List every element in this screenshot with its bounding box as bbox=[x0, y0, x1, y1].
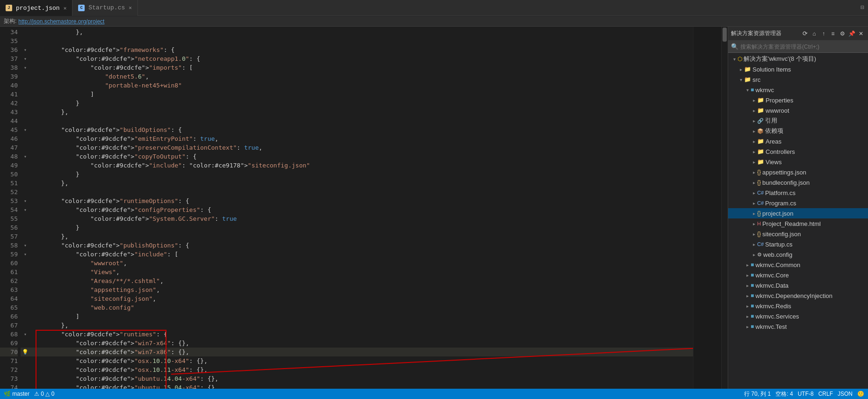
gutter: ▾▾▾▾▾▾▾▾▾▾💡▾ bbox=[21, 27, 30, 389]
tree-item-label: Properties bbox=[766, 97, 793, 104]
tree-item-wkmvc-di[interactable]: ▸ ■ wkmvc.DependencyInjection bbox=[728, 290, 868, 301]
tree-item-wkmvc-redis[interactable]: ▸ ■ wkmvc.Redis bbox=[728, 301, 868, 311]
tree-item-label: wkmvc.Redis bbox=[755, 303, 791, 310]
tree-item-label: wkmvc.DependencyInjection bbox=[755, 292, 832, 299]
tree-item-label: Startup.cs bbox=[765, 241, 793, 248]
schema-label: 架构: bbox=[4, 17, 16, 25]
tree-item-wkmvc-data[interactable]: ▸ ■ wkmvc.Data bbox=[728, 280, 868, 290]
tree-item-appsettings[interactable]: ▸ {} appsettings.json bbox=[728, 167, 868, 177]
se-up-btn[interactable]: ↑ bbox=[819, 29, 828, 38]
tree-item-label: wkmvc.Services bbox=[755, 313, 799, 320]
minimap bbox=[693, 27, 721, 389]
tree-item-label: bundleconfig.json bbox=[762, 179, 810, 186]
status-line-endings: CRLF bbox=[818, 391, 833, 397]
tree-item-platform-cs[interactable]: ▸ C# Platform.cs bbox=[728, 188, 868, 198]
se-close-btn[interactable]: ✕ bbox=[857, 29, 865, 38]
se-header: 解决方案资源管理器 ⟳ ⌂ ↑ ≡ ⚙ 📌 ✕ bbox=[728, 27, 868, 41]
tree-item-label: wwwroot bbox=[766, 107, 789, 114]
tree-item-label: src bbox=[752, 76, 760, 83]
schema-bar: 架构: http://json.schemastore.org/project bbox=[0, 16, 868, 27]
search-icon: 🔍 bbox=[731, 43, 738, 51]
status-encoding: UTF-8 bbox=[798, 391, 814, 397]
editor-area: 3435363738394041424344454647484950515253… bbox=[0, 27, 728, 389]
tab-project-json[interactable]: J project.json ✕ bbox=[0, 0, 72, 16]
tree-item-wkmvc-core[interactable]: ▸ ■ wkmvc.Core bbox=[728, 270, 868, 280]
tree-item-project-json-tree[interactable]: ▸ {} project.json bbox=[728, 208, 868, 218]
tab-startup-cs-close[interactable]: ✕ bbox=[129, 5, 132, 11]
se-title: 解决方案资源管理器 bbox=[731, 29, 781, 37]
tree-item-solution-items[interactable]: ▸ 📁 Solution Items bbox=[728, 64, 868, 74]
tree-item-bundleconfig[interactable]: ▸ {} bundleconfig.json bbox=[728, 177, 868, 188]
tree-item-label: web.config bbox=[763, 251, 792, 258]
se-settings-btn[interactable]: ⚙ bbox=[838, 29, 846, 38]
tree-item-label: wkmvc.Data bbox=[755, 282, 788, 289]
tree-item-label: 引用 bbox=[765, 116, 777, 125]
status-spaces: 空格: 4 bbox=[775, 390, 793, 398]
tree-item-src[interactable]: ▾ 📁 src bbox=[728, 74, 868, 85]
tab-project-json-close[interactable]: ✕ bbox=[64, 5, 67, 11]
tree-item-label: Project_Readme.html bbox=[762, 220, 821, 227]
tab-startup-cs[interactable]: C Startup.cs ✕ bbox=[72, 0, 138, 16]
schema-url[interactable]: http://json.schemastore.org/project bbox=[18, 18, 104, 25]
status-branch: 🌿 master bbox=[4, 391, 29, 397]
tree-item-ref[interactable]: ▸ 🔗 引用 bbox=[728, 116, 868, 126]
tab-startup-cs-label: Startup.cs bbox=[88, 4, 125, 11]
tree-item-label: wkmvc.Test bbox=[755, 323, 787, 330]
tab-project-json-label: project.json bbox=[16, 5, 60, 12]
se-pin-btn[interactable]: 📌 bbox=[847, 29, 856, 38]
tree-item-label: wkmvc.Core bbox=[755, 272, 789, 279]
tree-item-label: Views bbox=[766, 159, 781, 166]
tree-item-views[interactable]: ▸ 📁 Views bbox=[728, 157, 868, 167]
tree-item-label: siteconfig.json bbox=[762, 231, 801, 238]
tree-item-dep[interactable]: ▸ 📦 依赖项 bbox=[728, 126, 868, 136]
se-sync-btn[interactable]: ⟳ bbox=[801, 29, 809, 38]
solution-explorer: 解决方案资源管理器 ⟳ ⌂ ↑ ≡ ⚙ 📌 ✕ 🔍 ▾ ⬡ 解决方案'wkmv bbox=[728, 27, 868, 389]
tree-item-wkmvc-test[interactable]: ▸ ■ wkmvc.Test bbox=[728, 321, 868, 332]
tree-item-wkmvc-common[interactable]: ▸ ■ wkmvc.Common bbox=[728, 260, 868, 270]
tree-item-siteconfig[interactable]: ▸ {} siteconfig.json bbox=[728, 229, 868, 239]
tree-item-label: 解决方案'wkmvc'(8 个项目) bbox=[744, 55, 816, 63]
se-collapse-btn[interactable]: ≡ bbox=[829, 29, 837, 38]
tree-item-wkmvc-services[interactable]: ▸ ■ wkmvc.Services bbox=[728, 311, 868, 321]
status-feedback: 🙂 bbox=[857, 391, 864, 397]
tree-item-solution[interactable]: ▾ ⬡ 解决方案'wkmvc'(8 个项目) bbox=[728, 54, 868, 64]
status-bar: 🌿 master ⚠ 0 △ 0 行 70, 列 1 空格: 4 UTF-8 C… bbox=[0, 389, 868, 399]
editor-split-button[interactable]: ⊟ bbox=[857, 0, 868, 16]
tree-item-wwwroot[interactable]: ▸ 📁 wwwroot bbox=[728, 105, 868, 116]
se-toolbar: ⟳ ⌂ ↑ ≡ ⚙ 📌 ✕ bbox=[801, 29, 865, 38]
status-errors: ⚠ 0 △ 0 bbox=[34, 391, 54, 397]
se-home-btn[interactable]: ⌂ bbox=[810, 29, 818, 38]
tree-item-label: wkmvc bbox=[755, 87, 774, 94]
tree-item-label: Areas bbox=[766, 138, 781, 145]
tree-item-wkmvc[interactable]: ▾ ■ wkmvc bbox=[728, 85, 868, 95]
tree-item-properties[interactable]: ▸ 📁 Properties bbox=[728, 95, 868, 105]
vertical-scrollbar[interactable] bbox=[721, 27, 728, 389]
tab-cs-icon: C bbox=[78, 5, 85, 11]
tree-item-label: Solution Items bbox=[752, 66, 791, 73]
line-numbers-area: 3435363738394041424344454647484950515253… bbox=[0, 27, 21, 389]
tree-item-label: Platform.cs bbox=[765, 189, 796, 196]
code-content[interactable]: }, "color:#9cdcfe">"frameworks": { "colo… bbox=[30, 27, 693, 389]
tab-json-icon: J bbox=[6, 5, 12, 11]
tree-item-startup-cs-tree[interactable]: ▸ C# Startup.cs bbox=[728, 239, 868, 249]
tree-item-controllers[interactable]: ▸ 📁 Controllers bbox=[728, 146, 868, 157]
tree-item-areas[interactable]: ▸ 📁 Areas bbox=[728, 136, 868, 146]
tree-item-label: project.json bbox=[762, 210, 793, 217]
tree-item-label: wkmvc.Common bbox=[755, 261, 800, 268]
tree-item-program-cs[interactable]: ▸ C# Program.cs bbox=[728, 198, 868, 208]
status-line-col: 行 70, 列 1 bbox=[744, 390, 771, 398]
se-search-box: 🔍 bbox=[728, 41, 868, 53]
tree-item-label: appsettings.json bbox=[762, 169, 806, 176]
tree-item-label: 依赖项 bbox=[765, 127, 783, 135]
se-tree: ▾ ⬡ 解决方案'wkmvc'(8 个项目) ▸ 📁 Solution Item… bbox=[728, 53, 868, 389]
tree-item-label: Program.cs bbox=[765, 200, 796, 207]
status-language: JSON bbox=[838, 391, 853, 397]
tab-bar: J project.json ✕ C Startup.cs ✕ ⊟ bbox=[0, 0, 868, 16]
tree-item-web-config[interactable]: ▸ ⚙ web.config bbox=[728, 249, 868, 260]
se-search-input[interactable] bbox=[740, 44, 865, 50]
tree-item-project-readme[interactable]: ▸ H Project_Readme.html bbox=[728, 218, 868, 229]
tree-item-label: Controllers bbox=[766, 148, 795, 155]
